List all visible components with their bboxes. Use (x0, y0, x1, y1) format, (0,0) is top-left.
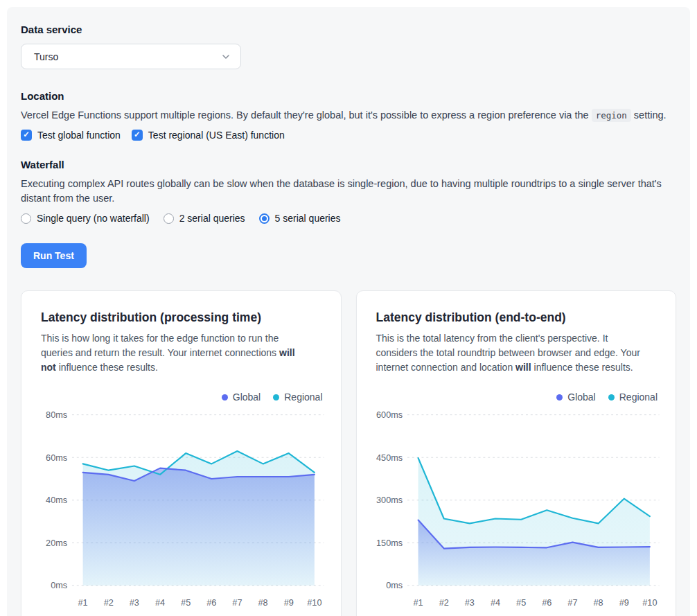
checkbox-label: Test global function (37, 130, 121, 141)
svg-text:20ms: 20ms (46, 538, 67, 548)
waterfall-radio-row: Single query (no waterfall) 2 serial que… (21, 213, 676, 224)
chart-legend: Global Regional (376, 391, 658, 403)
svg-text:600ms: 600ms (376, 410, 403, 420)
radio-icon[interactable] (259, 213, 270, 224)
svg-text:80ms: 80ms (46, 410, 67, 420)
desc-post: influence these results. (56, 362, 158, 373)
svg-text:#2: #2 (104, 598, 114, 608)
svg-text:#2: #2 (439, 598, 448, 608)
svg-text:#3: #3 (130, 598, 139, 608)
svg-text:0ms: 0ms (386, 581, 403, 590)
svg-text:300ms: 300ms (376, 495, 403, 505)
svg-text:#7: #7 (567, 598, 577, 608)
svg-text:#9: #9 (284, 598, 294, 608)
global-series-dot (556, 394, 563, 401)
svg-text:#1: #1 (413, 598, 423, 608)
chart-legend: Global Regional (41, 391, 323, 403)
svg-text:#10: #10 (307, 598, 321, 608)
region-code-tag: region (592, 109, 631, 122)
waterfall-description: Executing complex API routes globally ca… (21, 177, 676, 206)
radio-icon[interactable] (164, 213, 174, 224)
data-service-heading: Data service (21, 24, 676, 35)
location-description: Vercel Edge Functions support multiple r… (21, 108, 676, 123)
legend-label: Regional (619, 391, 658, 403)
legend-item-regional: Regional (608, 391, 658, 403)
svg-text:#4: #4 (490, 598, 500, 608)
checkbox-test-global[interactable]: Test global function (21, 130, 121, 141)
card-title: Latency distribution (processing time) (41, 310, 326, 325)
processing-time-chart: 0ms20ms40ms60ms80ms#1#2#3#4#5#6#7#8#9#10 (41, 404, 326, 614)
location-desc-pre: Vercel Edge Functions support multiple r… (21, 109, 592, 121)
svg-text:#8: #8 (593, 598, 603, 608)
chevron-down-icon (221, 52, 231, 62)
desc-pre: This is how long it takes for the edge f… (41, 333, 279, 358)
location-heading: Location (21, 90, 676, 102)
checkbox-icon[interactable] (132, 130, 143, 141)
regional-series-dot (273, 394, 279, 401)
legend-label: Regional (284, 391, 322, 403)
location-desc-post: setting. (631, 109, 667, 121)
svg-text:#6: #6 (542, 598, 552, 608)
legend-item-global: Global (222, 391, 261, 403)
radio-label: Single query (no waterfall) (37, 213, 150, 224)
checkbox-test-regional[interactable]: Test regional (US East) function (132, 130, 285, 141)
processing-time-card: Latency distribution (processing time) T… (21, 290, 342, 616)
radio-icon[interactable] (21, 213, 31, 224)
desc-bold: will (515, 362, 531, 373)
waterfall-heading: Waterfall (21, 159, 676, 170)
data-service-selected-value: Turso (34, 51, 58, 62)
svg-text:#1: #1 (78, 598, 88, 608)
run-test-button[interactable]: Run Test (21, 243, 87, 268)
legend-item-regional: Regional (273, 391, 322, 403)
radio-2-serial-queries[interactable]: 2 serial queries (164, 213, 245, 224)
end-to-end-card: Latency distribution (end-to-end) This i… (356, 290, 677, 616)
location-checkbox-row: Test global function Test regional (US E… (21, 130, 676, 141)
svg-text:0ms: 0ms (51, 581, 67, 590)
svg-text:#5: #5 (516, 598, 526, 608)
svg-text:40ms: 40ms (46, 495, 67, 505)
svg-text:#5: #5 (181, 598, 191, 608)
data-service-select[interactable]: Turso (21, 44, 241, 69)
radio-label: 5 serial queries (275, 213, 341, 224)
legend-item-global: Global (556, 391, 595, 403)
checkbox-icon[interactable] (21, 130, 32, 141)
svg-text:#10: #10 (642, 598, 657, 608)
main-panel: Data service Turso Location Vercel Edge … (7, 7, 690, 616)
svg-text:60ms: 60ms (46, 453, 67, 463)
svg-text:#9: #9 (619, 598, 628, 608)
svg-text:#7: #7 (232, 598, 242, 608)
radio-label: 2 serial queries (179, 213, 245, 224)
svg-text:150ms: 150ms (376, 538, 403, 548)
svg-text:#8: #8 (258, 598, 268, 608)
legend-label: Global (567, 391, 595, 403)
charts-row: Latency distribution (processing time) T… (21, 290, 676, 616)
desc-post: influence these results. (531, 362, 633, 373)
svg-text:#3: #3 (464, 598, 474, 608)
card-description: This is how long it takes for the edge f… (41, 331, 310, 375)
card-title: Latency distribution (end-to-end) (376, 310, 661, 325)
end-to-end-chart: 0ms150ms300ms450ms600ms#1#2#3#4#5#6#7#8#… (376, 404, 661, 614)
regional-series-dot (608, 394, 615, 401)
checkbox-label: Test regional (US East) function (148, 130, 285, 141)
radio-5-serial-queries[interactable]: 5 serial queries (259, 213, 341, 224)
radio-single-query[interactable]: Single query (no waterfall) (21, 213, 150, 224)
svg-text:#6: #6 (206, 598, 216, 608)
svg-text:#4: #4 (155, 598, 165, 608)
global-series-dot (222, 394, 228, 401)
card-description: This is the total latency from the clien… (376, 331, 645, 375)
legend-label: Global (233, 391, 261, 403)
svg-text:450ms: 450ms (376, 453, 403, 463)
